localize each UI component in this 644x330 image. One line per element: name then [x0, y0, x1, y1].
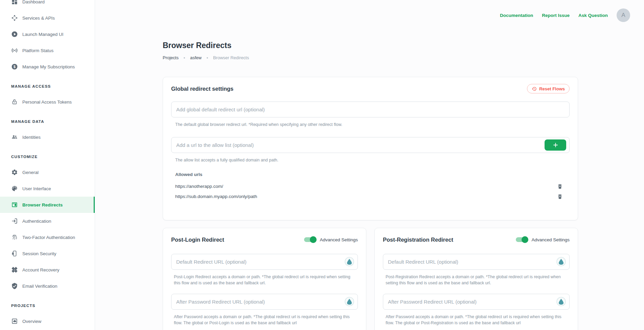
allowed-urls-label: Allowed urls [175, 172, 570, 177]
sidebar-item-label: Email Verification [22, 284, 58, 289]
post-registration-card-title: Post-Registration Redirect [383, 237, 453, 243]
global-default-redirect-help: The default global browser redirect url.… [175, 122, 570, 128]
lock-icon [11, 98, 18, 105]
breadcrumb-projects[interactable]: Projects [163, 55, 179, 60]
svg-text:$: $ [14, 65, 16, 69]
sidebar-item-general[interactable]: General [0, 164, 95, 180]
mountain-icon [345, 257, 354, 266]
sidebar-item-label: Browser Redirects [22, 202, 63, 207]
login-arrow-icon [11, 218, 18, 224]
post-registration-advanced-settings-toggle[interactable] [516, 237, 528, 242]
sidebar-item-two-factor-authentication[interactable]: Two-Factor Authentication [0, 229, 95, 245]
top-header-links: Documentation Report Issue Ask Question … [500, 8, 630, 22]
global-redirect-settings-card: Global redirect settings Reset Flows The… [163, 77, 578, 220]
sidebar-item-email-verification[interactable]: Email Verification [0, 278, 95, 294]
services-icon [11, 15, 18, 21]
radar-icon [11, 47, 18, 54]
add-allow-url-button[interactable] [545, 139, 566, 151]
mountain-icon [556, 297, 566, 306]
sidebar-item-platform-status[interactable]: Platform Status [0, 42, 95, 59]
post-login-default-help: Post-Login Redirect accepts a domain or … [174, 274, 358, 286]
sidebar-item-label: Identities [22, 135, 41, 140]
sidebar-item-services-apis[interactable]: Services & APIs [0, 10, 95, 26]
mountain-icon [345, 297, 354, 306]
sidebar-item-overview[interactable]: Overview [0, 313, 95, 329]
breadcrumb: Projects asfew Browser Redirects [163, 55, 578, 60]
sidebar: DashboardServices & APIsLaunch Managed U… [0, 0, 95, 330]
advanced-settings-label: Advanced Settings [531, 237, 570, 242]
post-login-redirect-card: Post-Login Redirect Advanced Settings Po… [163, 228, 366, 330]
people-icon [11, 134, 18, 140]
post-registration-default-redirect-input[interactable] [383, 254, 570, 270]
sidebar-item-label: Overview [22, 319, 41, 324]
dollar-circle-icon: $ [11, 63, 18, 70]
user-avatar[interactable]: A [617, 8, 630, 22]
sidebar-item-label: Personal Access Tokens [22, 100, 72, 105]
sidebar-item-label: Session Security [22, 251, 56, 256]
sidebar-item-dashboard[interactable]: Dashboard [0, 0, 95, 10]
sidebar-item-manage-my-subscriptions[interactable]: $Manage My Subscriptions [0, 59, 95, 75]
sidebar-item-label: Dashboard [22, 0, 45, 4]
sidebar-item-label: Two-Factor Authentication [22, 235, 75, 240]
sidebar-item-authentication[interactable]: Authentication [0, 213, 95, 229]
trash-icon [557, 193, 563, 200]
bandage-icon [11, 266, 18, 273]
sidebar-section-header-manage-access: MANAGE ACCESS [0, 79, 95, 94]
sidebar-item-label: Authentication [22, 219, 51, 224]
report-issue-link[interactable]: Report Issue [542, 13, 570, 18]
sidebar-item-browser-redirects[interactable]: Browser Redirects [0, 197, 95, 213]
mountain-icon [556, 257, 566, 266]
sidebar-item-label: User Interface [22, 186, 51, 191]
sidebar-item-label: Account Recovery [22, 267, 60, 272]
image-icon [11, 318, 18, 325]
documentation-link[interactable]: Documentation [500, 13, 533, 18]
sidebar-item-personal-access-tokens[interactable]: Personal Access Tokens [0, 94, 95, 110]
allowed-url-text: https://anotherapp.com/ [175, 184, 223, 189]
sidebar-item-account-recovery[interactable]: Account Recovery [0, 262, 95, 278]
breadcrumb-project-name[interactable]: asfew [190, 55, 202, 60]
gear-icon [11, 169, 18, 176]
page-title: Browser Redirects [163, 0, 578, 50]
post-registration-after-help: After Password accepts a domain or path.… [386, 314, 570, 326]
sidebar-item-session-security[interactable]: Session Security [0, 245, 95, 262]
allowed-url-row: https://anotherapp.com/ [175, 181, 563, 191]
sidebar-item-identities[interactable]: Identities [0, 129, 95, 145]
plus-icon [552, 142, 559, 148]
post-registration-redirect-card: Post-Registration Redirect Advanced Sett… [374, 228, 578, 330]
delete-url-button[interactable] [557, 183, 563, 190]
allowed-urls-list: https://anotherapp.com/https://sub.domai… [171, 181, 570, 201]
sidebar-item-label: Services & APIs [22, 16, 55, 21]
sidebar-item-label: Launch Managed UI [22, 32, 64, 37]
phone-lock-icon [11, 250, 18, 257]
sidebar-nav-list: DashboardServices & APIsLaunch Managed U… [0, 0, 95, 329]
allowed-url-row: https://sub.domain.myapp.com/only/path [175, 191, 563, 201]
post-login-card-title: Post-Login Redirect [171, 237, 224, 243]
post-login-after-password-input[interactable] [171, 294, 358, 310]
global-default-redirect-input[interactable] [171, 102, 570, 117]
allowed-url-text: https://sub.domain.myapp.com/only/path [175, 194, 257, 199]
sidebar-item-launch-managed-ui[interactable]: Launch Managed UI [0, 26, 95, 42]
reset-flows-label: Reset Flows [539, 86, 565, 91]
palette-icon [11, 185, 18, 192]
post-login-default-redirect-input[interactable] [171, 254, 358, 270]
post-login-advanced-settings-toggle[interactable] [304, 237, 316, 242]
ask-question-link[interactable]: Ask Question [578, 13, 608, 18]
global-card-title: Global redirect settings [171, 86, 233, 92]
browser-window-icon [11, 201, 18, 208]
trash-icon [557, 183, 563, 190]
allow-list-help: The allow list accepts a fully qualified… [175, 157, 570, 163]
play-circle-icon [11, 31, 18, 38]
toggle-knob [522, 236, 528, 243]
content-column: Browser Redirects Projects asfew Browser… [163, 0, 578, 330]
sidebar-item-label: Manage My Subscriptions [22, 64, 75, 69]
sidebar-section-header-customize: CUSTOMIZE [0, 149, 95, 164]
post-registration-after-password-input[interactable] [383, 294, 570, 310]
sidebar-section-header-manage-data: MANAGE DATA [0, 114, 95, 129]
delete-url-button[interactable] [557, 193, 563, 200]
flow-cards-row: Post-Login Redirect Advanced Settings Po… [163, 228, 578, 330]
reset-flows-button[interactable]: Reset Flows [527, 84, 570, 93]
toggle-knob [310, 236, 317, 243]
allow-list-url-input[interactable] [171, 137, 570, 153]
sidebar-item-user-interface[interactable]: User Interface [0, 180, 95, 197]
sidebar-section-header-projects: PROJECTS [0, 298, 95, 313]
